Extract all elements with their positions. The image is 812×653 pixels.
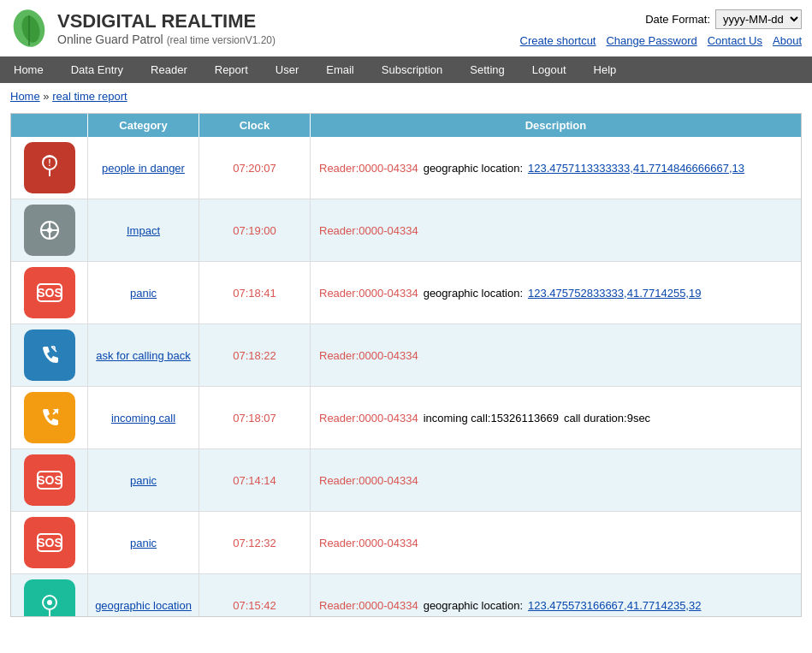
breadcrumb-current[interactable]: real time report — [52, 90, 127, 103]
nav-home[interactable]: Home — [0, 56, 57, 83]
breadcrumb: Home » real time report — [0, 83, 812, 110]
category-link[interactable]: panic — [130, 474, 157, 487]
cell-description: Reader:0000-04334 geographic location:12… — [311, 137, 801, 199]
date-format-row: Date Format: yyyy-MM-dd — [645, 9, 802, 29]
header-icon-col — [11, 114, 88, 137]
table-row: Impact 07:19:00 Reader:0000-04334 — [11, 199, 801, 262]
desc-text: geographic location: — [424, 162, 523, 175]
cell-category: people in danger — [88, 137, 199, 199]
change-password-link[interactable]: Change Password — [606, 34, 696, 47]
category-link[interactable]: geographic location — [95, 599, 192, 612]
reader-text: Reader:0000-04334 — [319, 162, 418, 175]
table-row: ask for calling back 07:18:22 Reader:000… — [11, 324, 801, 387]
cell-category: panic — [88, 262, 199, 324]
category-link[interactable]: panic — [130, 537, 157, 549]
breadcrumb-home[interactable]: Home — [10, 90, 40, 103]
category-link[interactable]: panic — [130, 287, 157, 300]
date-format-label: Date Format: — [645, 13, 710, 26]
cell-icon: SOS — [11, 262, 88, 324]
cell-category: geographic location — [88, 574, 199, 616]
logo-icon — [10, 7, 49, 50]
svg-text:SOS: SOS — [37, 473, 62, 487]
app-title: VSDIGITAL REALTIME — [57, 10, 276, 33]
cell-icon — [11, 324, 88, 386]
navbar: Home Data Entry Reader Report User Email… — [0, 56, 812, 83]
table-header: Category Clock Description — [11, 114, 801, 137]
breadcrumb-separator: » — [43, 90, 52, 103]
cell-category: Impact — [88, 199, 199, 261]
table-row: SOS panic 07:12:32 Reader:0000-04334 — [11, 512, 801, 574]
desc-suffix: call duration:9sec — [564, 412, 650, 424]
desc-text: geographic location: — [424, 599, 523, 612]
nav-data-entry[interactable]: Data Entry — [57, 56, 137, 83]
cell-description: Reader:0000-04334 — [311, 449, 801, 511]
cell-category: panic — [88, 449, 199, 511]
svg-line-12 — [51, 347, 56, 352]
cell-icon: SOS — [11, 449, 88, 511]
cell-description: Reader:0000-04334 — [311, 199, 801, 261]
table-row: ! people in danger 07:20:07 Reader:0000-… — [11, 137, 801, 199]
svg-text:SOS: SOS — [37, 286, 62, 300]
cell-icon — [11, 199, 88, 261]
cell-icon — [11, 387, 88, 448]
app-subtitle: Online Guard Patrol (real time versionV1… — [57, 33, 276, 46]
cell-icon — [11, 574, 88, 616]
cell-icon: SOS — [11, 512, 88, 573]
table-row: SOS panic 07:18:41 Reader:0000-04334 geo… — [11, 262, 801, 324]
nav-help[interactable]: Help — [580, 56, 631, 83]
cell-clock: 07:20:07 — [199, 137, 311, 199]
svg-text:SOS: SOS — [37, 536, 62, 549]
desc-text: geographic location: — [424, 287, 523, 300]
nav-setting[interactable]: Setting — [456, 56, 518, 83]
desc-text: incoming call:15326113669 — [424, 412, 559, 424]
reader-text: Reader:0000-04334 — [319, 412, 418, 424]
reader-text: Reader:0000-04334 — [319, 287, 418, 300]
svg-point-9 — [47, 228, 52, 233]
nav-user[interactable]: User — [262, 56, 312, 83]
nav-report[interactable]: Report — [201, 56, 262, 83]
table-body: ! people in danger 07:20:07 Reader:0000-… — [11, 137, 801, 616]
contact-us-link[interactable]: Contact Us — [708, 34, 762, 47]
table-container: Category Clock Description ! people in d… — [10, 113, 802, 617]
table-row: geographic location 07:15:42 Reader:0000… — [11, 574, 801, 616]
reader-text: Reader:0000-04334 — [319, 224, 418, 237]
about-link[interactable]: About — [773, 34, 802, 47]
cell-category: panic — [88, 512, 199, 573]
cell-clock: 07:12:32 — [199, 512, 311, 573]
geo-link[interactable]: 123.475573166667,41.7714235,32 — [528, 599, 701, 612]
cell-icon: ! — [11, 137, 88, 199]
nav-reader[interactable]: Reader — [137, 56, 201, 83]
category-link[interactable]: people in danger — [102, 162, 185, 175]
category-link[interactable]: Impact — [127, 224, 160, 237]
cell-description: Reader:0000-04334 geographic location:12… — [311, 262, 801, 324]
date-format-select[interactable]: yyyy-MM-dd — [715, 9, 802, 29]
header: VSDIGITAL REALTIME Online Guard Patrol (… — [0, 0, 812, 56]
header-links: Create shortcut Change Password Contact … — [520, 34, 802, 47]
cell-description: Reader:0000-04334 — [311, 512, 801, 573]
svg-text:!: ! — [48, 158, 50, 168]
category-link[interactable]: incoming call — [111, 412, 175, 424]
geo-link[interactable]: 123.475752833333,41.7714255,19 — [528, 287, 701, 300]
table-row: incoming call 07:18:07 Reader:0000-04334… — [11, 387, 801, 449]
reader-text: Reader:0000-04334 — [319, 537, 418, 549]
category-link[interactable]: ask for calling back — [96, 349, 191, 362]
nav-email[interactable]: Email — [312, 56, 368, 83]
reader-text: Reader:0000-04334 — [319, 474, 418, 487]
nav-subscription[interactable]: Subscription — [368, 56, 457, 83]
nav-logout[interactable]: Logout — [519, 56, 580, 83]
svg-point-22 — [47, 600, 52, 605]
cell-category: ask for calling back — [88, 324, 199, 386]
geo-link[interactable]: 123.4757113333333,41.7714846666667,13 — [528, 162, 744, 175]
header-clock: Clock — [199, 114, 311, 137]
create-shortcut-link[interactable]: Create shortcut — [520, 34, 596, 47]
cell-clock: 07:14:14 — [199, 449, 311, 511]
cell-clock: 07:15:42 — [199, 574, 311, 616]
table-row: SOS panic 07:14:14 Reader:0000-04334 — [11, 449, 801, 512]
reader-text: Reader:0000-04334 — [319, 349, 418, 362]
cell-description: Reader:0000-04334 — [311, 324, 801, 386]
logo-text: VSDIGITAL REALTIME Online Guard Patrol (… — [57, 10, 276, 46]
cell-description: Reader:0000-04334 geographic location:12… — [311, 574, 801, 616]
cell-clock: 07:18:22 — [199, 324, 311, 386]
cell-clock: 07:19:00 — [199, 199, 311, 261]
header-description: Description — [311, 114, 801, 137]
